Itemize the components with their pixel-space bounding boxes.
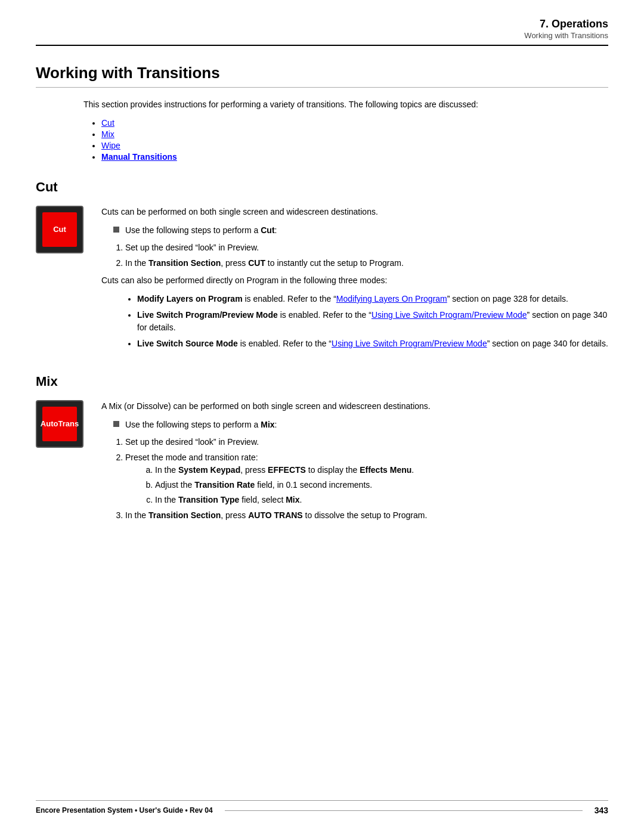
- live-switch-link-2[interactable]: Using Live Switch Program/Preview Mode: [332, 339, 487, 348]
- mix-step-2: Preset the mode and transition rate: In …: [125, 451, 608, 506]
- mix-intro-text: A Mix (or Dissolve) can be performed on …: [101, 400, 608, 413]
- cut-link[interactable]: Cut: [101, 118, 114, 128]
- cut-bullet-text: Use the following steps to perform a Cut…: [125, 224, 608, 237]
- cut-steps-list: Set up the desired “look” in Preview. In…: [125, 241, 608, 270]
- cut-modes-list: Modify Layers on Program is enabled. Ref…: [137, 293, 608, 350]
- chapter-title: 7. Operations: [36, 18, 608, 30]
- page: 7. Operations Working with Transitions W…: [0, 0, 644, 833]
- wipe-link[interactable]: Wipe: [101, 141, 120, 150]
- manual-transitions-link[interactable]: Manual Transitions: [101, 152, 177, 162]
- cut-button-image: Cut: [36, 206, 83, 253]
- cut-button-label: Cut: [42, 212, 77, 247]
- page-footer: Encore Presentation System • User's Guid…: [36, 800, 608, 815]
- mix-bullet-text: Use the following steps to perform a Mix…: [125, 419, 608, 431]
- cut-section-body: Cuts can be performed on both single scr…: [101, 206, 608, 356]
- mix-step-2c: In the Transition Type field, select Mix…: [155, 494, 608, 506]
- cut-intro-text: Cuts can be performed on both single scr…: [101, 206, 608, 218]
- cut-mode-1: Modify Layers on Program is enabled. Ref…: [137, 293, 608, 305]
- mix-section-with-image: Auto Trans A Mix (or Dissolve) can be pe…: [36, 400, 608, 527]
- mix-button-label: Auto Trans: [42, 407, 77, 441]
- footer-rule: [225, 810, 583, 811]
- list-item: Manual Transitions: [101, 152, 608, 162]
- intro-text: This section provides instructions for p…: [83, 98, 608, 111]
- page-number: 343: [595, 806, 608, 815]
- topics-list: Cut Mix Wipe Manual Transitions: [101, 118, 608, 162]
- mix-heading: Mix: [36, 374, 608, 389]
- footer-text: Encore Presentation System • User's Guid…: [36, 806, 213, 815]
- modifying-layers-link[interactable]: Modifying Layers On Program: [336, 294, 447, 304]
- mix-square-bullet: Use the following steps to perform a Mix…: [113, 419, 608, 431]
- cut-step-2: In the Transition Section, press CUT to …: [125, 257, 608, 270]
- list-item: Wipe: [101, 141, 608, 150]
- mix-link[interactable]: Mix: [101, 129, 114, 139]
- mix-steps-list: Set up the desired “look” in Preview. Pr…: [125, 436, 608, 522]
- cut-step-1: Set up the desired “look” in Preview.: [125, 241, 608, 254]
- cut-modes-text: Cuts can also be performed directly on P…: [101, 274, 608, 287]
- mix-section-body: A Mix (or Dissolve) can be performed on …: [101, 400, 608, 527]
- list-item: Cut: [101, 118, 608, 128]
- cut-mode-3: Live Switch Source Mode is enabled. Refe…: [137, 337, 608, 350]
- header-subtitle: Working with Transitions: [524, 31, 608, 40]
- cut-heading: Cut: [36, 179, 608, 195]
- page-title: Working with Transitions: [36, 64, 608, 88]
- mix-step-3: In the Transition Section, press AUTO TR…: [125, 509, 608, 522]
- page-header: 7. Operations Working with Transitions: [0, 0, 644, 45]
- list-item: Mix: [101, 129, 608, 139]
- mix-step-1: Set up the desired “look” in Preview.: [125, 436, 608, 448]
- square-bullet-icon-mix: [113, 421, 119, 427]
- mix-step-2b: Adjust the Transition Rate field, in 0.1…: [155, 479, 608, 491]
- cut-section-with-image: Cut Cuts can be performed on both single…: [36, 206, 608, 356]
- mix-step-2a: In the System Keypad, press EFFECTS to d…: [155, 464, 608, 476]
- main-content: Working with Transitions This section pr…: [0, 46, 644, 568]
- mix-alpha-list: In the System Keypad, press EFFECTS to d…: [155, 464, 608, 506]
- square-bullet-icon: [113, 227, 119, 233]
- live-switch-link-1[interactable]: Using Live Switch Program/Preview Mode: [371, 310, 527, 320]
- cut-square-bullet: Use the following steps to perform a Cut…: [113, 224, 608, 237]
- cut-mode-2: Live Switch Program/Preview Mode is enab…: [137, 309, 608, 334]
- mix-button-image: Auto Trans: [36, 400, 83, 448]
